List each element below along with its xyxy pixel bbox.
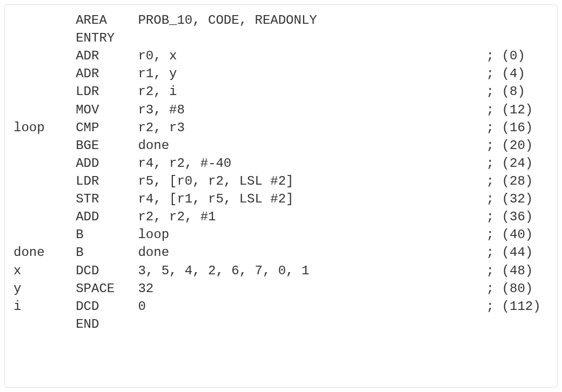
line-comment: ; (16) [486, 119, 548, 137]
line-label [14, 11, 76, 29]
code-line: B loop ; (40) [14, 226, 548, 244]
line-comment: ; (32) [486, 190, 548, 208]
line-label [14, 65, 76, 83]
line-label [14, 137, 76, 154]
line-label: done [14, 244, 76, 261]
code-line: y SPACE 32 ; (80) [14, 280, 548, 298]
line-args: r2, r2, #1 [138, 208, 486, 226]
line-comment: ; (12) [486, 101, 548, 119]
line-args: r1, y [138, 65, 486, 83]
code-line: ADD r2, r2, #1 ; (36) [14, 208, 548, 226]
line-label [14, 226, 76, 244]
code-line: END [14, 315, 548, 333]
line-args: 0 [138, 298, 486, 315]
code-line: LDR r5, [r0, r2, LSL #2] ; (28) [14, 172, 548, 190]
line-opcode: AREA [76, 11, 138, 29]
code-line: ADD r4, r2, #-40 ; (24) [14, 154, 548, 172]
line-comment: ; (28) [486, 172, 548, 190]
code-line: BGE done ; (20) [14, 137, 548, 154]
line-comment: ; (40) [486, 226, 548, 244]
line-label: loop [14, 119, 76, 137]
line-args: r3, #8 [138, 101, 486, 119]
line-comment: ; (36) [486, 208, 548, 226]
line-label: i [14, 298, 76, 315]
line-opcode: STR [76, 190, 138, 208]
line-args: r4, [r1, r5, LSL #2] [138, 190, 486, 208]
code-line: MOV r3, #8 ; (12) [14, 101, 548, 119]
line-opcode: ADR [76, 65, 138, 83]
line-args: 3, 5, 4, 2, 6, 7, 0, 1 [138, 262, 486, 280]
line-opcode: END [76, 315, 138, 333]
code-line: ADR r1, y ; (4) [14, 65, 548, 83]
line-args: r5, [r0, r2, LSL #2] [138, 172, 486, 190]
line-comment [486, 11, 548, 29]
code-line: ENTRY [14, 29, 548, 47]
line-args: r0, x [138, 47, 486, 65]
assembly-code-block: AREA PROB_10, CODE, READONLY ENTRY ADR r… [4, 4, 558, 388]
code-line: LDR r2, i ; (8) [14, 83, 548, 100]
code-line: AREA PROB_10, CODE, READONLY [14, 11, 548, 29]
line-comment: ; (24) [486, 154, 548, 172]
line-label [14, 29, 76, 47]
line-opcode: ENTRY [76, 29, 138, 47]
line-label [14, 154, 76, 172]
line-comment: ; (112) [486, 298, 548, 315]
line-label [14, 47, 76, 65]
line-comment [486, 315, 548, 333]
line-opcode: CMP [76, 119, 138, 137]
code-line: loop CMP r2, r3 ; (16) [14, 119, 548, 137]
line-args: r2, i [138, 83, 486, 100]
line-opcode: MOV [76, 101, 138, 119]
line-args: PROB_10, CODE, READONLY [138, 11, 486, 29]
line-comment: ; (20) [486, 137, 548, 154]
line-opcode: BGE [76, 137, 138, 154]
line-opcode: DCD [76, 298, 138, 315]
line-opcode: ADD [76, 154, 138, 172]
line-opcode: DCD [76, 262, 138, 280]
code-line: done B done ; (44) [14, 244, 548, 261]
line-opcode: LDR [76, 172, 138, 190]
code-line: i DCD 0 ; (112) [14, 298, 548, 315]
line-label [14, 315, 76, 333]
line-label: x [14, 262, 76, 280]
line-comment [486, 29, 548, 47]
line-label [14, 208, 76, 226]
line-label [14, 172, 76, 190]
line-comment: ; (44) [486, 244, 548, 261]
line-label: y [14, 280, 76, 298]
line-opcode: B [76, 244, 138, 261]
line-args: 32 [138, 280, 486, 298]
line-args: r2, r3 [138, 119, 486, 137]
line-opcode: ADD [76, 208, 138, 226]
code-line: ADR r0, x ; (0) [14, 47, 548, 65]
line-opcode: SPACE [76, 280, 138, 298]
line-args [138, 29, 486, 47]
line-opcode: B [76, 226, 138, 244]
line-args: done [138, 137, 486, 154]
line-comment: ; (80) [486, 280, 548, 298]
line-args: loop [138, 226, 486, 244]
line-label [14, 83, 76, 100]
line-comment: ; (4) [486, 65, 548, 83]
code-line: STR r4, [r1, r5, LSL #2] ; (32) [14, 190, 548, 208]
code-line: x DCD 3, 5, 4, 2, 6, 7, 0, 1 ; (48) [14, 262, 548, 280]
line-args: done [138, 244, 486, 261]
line-args: r4, r2, #-40 [138, 154, 486, 172]
line-args [138, 315, 486, 333]
line-comment: ; (0) [486, 47, 548, 65]
line-opcode: LDR [76, 83, 138, 100]
line-opcode: ADR [76, 47, 138, 65]
line-label [14, 101, 76, 119]
line-label [14, 190, 76, 208]
line-comment: ; (8) [486, 83, 548, 100]
line-comment: ; (48) [486, 262, 548, 280]
